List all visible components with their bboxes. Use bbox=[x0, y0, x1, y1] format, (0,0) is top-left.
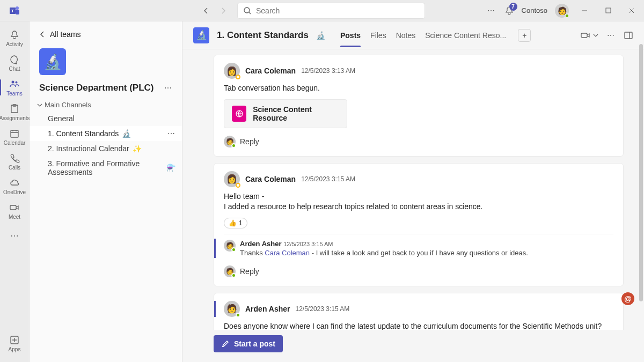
rail-assignments[interactable]: Assignments bbox=[0, 100, 30, 124]
meet-button[interactable] bbox=[580, 30, 598, 41]
video-icon bbox=[580, 30, 591, 41]
channel-general[interactable]: General bbox=[30, 111, 182, 126]
mention-indicator[interactable]: @ bbox=[621, 292, 634, 305]
team-avatar[interactable]: 🔬 bbox=[39, 48, 66, 75]
mention[interactable]: Cara Coleman bbox=[265, 249, 310, 257]
globe-icon bbox=[232, 106, 246, 122]
open-pane[interactable] bbox=[624, 31, 633, 40]
avatar: 🧑 bbox=[224, 136, 236, 147]
app-rail: Activity Chat Teams Assignments Calendar… bbox=[0, 21, 30, 362]
rail-activity[interactable]: Activity bbox=[0, 26, 30, 50]
more-options[interactable]: ⋯ bbox=[485, 4, 497, 17]
avatar: 🧑 bbox=[224, 265, 236, 277]
svg-rect-5 bbox=[606, 8, 611, 13]
avatar[interactable]: 🧑 bbox=[224, 301, 240, 317]
chat-icon bbox=[9, 54, 20, 65]
svg-point-4 bbox=[244, 8, 250, 13]
add-tab-button[interactable]: + bbox=[518, 29, 531, 42]
compose-area: Start a post bbox=[182, 330, 644, 362]
tab-science-content[interactable]: Science Content Reso... bbox=[425, 24, 506, 47]
post: 👩 Cara Coleman 12/5/2023 3:13 AM Tab con… bbox=[214, 55, 624, 157]
nav-back[interactable] bbox=[199, 3, 214, 18]
microscope-icon: 🔬 bbox=[122, 129, 131, 138]
rail-chat[interactable]: Chat bbox=[0, 50, 30, 75]
reply-button[interactable]: 🧑 Reply bbox=[224, 132, 613, 151]
svg-point-6 bbox=[12, 81, 14, 84]
rail-onedrive[interactable]: OneDrive bbox=[0, 174, 30, 198]
sparkle-icon: ✨ bbox=[133, 144, 142, 153]
svg-text:T: T bbox=[11, 9, 14, 13]
card-title: Science Content Resource bbox=[253, 105, 339, 122]
search-icon bbox=[243, 6, 252, 15]
chevron-left-icon bbox=[39, 31, 46, 38]
user-avatar[interactable]: 🧑 bbox=[555, 4, 569, 18]
avatar[interactable]: 🧑 bbox=[224, 240, 236, 252]
search-box[interactable] bbox=[237, 3, 425, 19]
test-icon: ⚗️ bbox=[166, 164, 175, 172]
reply: 🧑 Arden Asher 12/5/2023 3:15 AM Thanks C… bbox=[214, 239, 613, 258]
compose-icon bbox=[221, 339, 230, 348]
rail-more[interactable]: ⋯ bbox=[0, 223, 30, 248]
svg-rect-14 bbox=[625, 32, 632, 39]
avatar[interactable]: 👩 bbox=[224, 63, 240, 79]
window-minimize[interactable] bbox=[576, 3, 592, 19]
message-feed[interactable]: 👩 Cara Coleman 12/5/2023 3:13 AM Tab con… bbox=[182, 49, 644, 330]
channel-assessments[interactable]: 3. Formative and Formative Assessments ⚗… bbox=[30, 156, 182, 180]
reply-timestamp: 12/5/2023 3:15 AM bbox=[283, 241, 333, 247]
svg-point-1 bbox=[16, 6, 19, 10]
nav-forward[interactable] bbox=[216, 3, 231, 18]
rail-teams[interactable]: Teams bbox=[0, 75, 30, 100]
post-timestamp: 12/5/2023 3:15 AM bbox=[301, 175, 355, 183]
post-body: Hello team - I added a resource to help … bbox=[224, 191, 613, 212]
start-post-button[interactable]: Start a post bbox=[214, 335, 283, 352]
phone-icon bbox=[9, 153, 20, 164]
panel-icon bbox=[624, 31, 633, 40]
channel-tabs: Posts Files Notes Science Content Reso..… bbox=[340, 24, 506, 47]
post-timestamp: 12/5/2023 3:13 AM bbox=[301, 67, 355, 75]
calendar-icon bbox=[9, 128, 20, 139]
channel-icon: 🔬 bbox=[193, 27, 209, 43]
svg-rect-11 bbox=[10, 205, 16, 210]
post: 🧑 Arden Asher 12/5/2023 3:15 AM Does any… bbox=[214, 293, 624, 330]
svg-point-7 bbox=[16, 82, 18, 84]
app-logo: T bbox=[9, 4, 21, 17]
channel-content-standards[interactable]: 1. Content Standards 🔬 bbox=[30, 126, 182, 141]
scrollbar[interactable] bbox=[639, 44, 643, 301]
search-input[interactable] bbox=[256, 6, 419, 15]
resource-card[interactable]: Science Content Resource bbox=[224, 99, 347, 128]
notification-badge: 7 bbox=[509, 3, 517, 11]
post-author[interactable]: Cara Coleman bbox=[245, 175, 296, 183]
post-author[interactable]: Arden Asher bbox=[245, 305, 290, 313]
bell-icon bbox=[9, 29, 20, 40]
microscope-icon: 🔬 bbox=[316, 31, 325, 40]
reply-author[interactable]: Arden Asher bbox=[240, 240, 282, 248]
rail-meet[interactable]: Meet bbox=[0, 198, 30, 223]
rail-apps[interactable]: Apps bbox=[0, 331, 30, 356]
org-name[interactable]: Contoso bbox=[522, 6, 547, 14]
channel-instructional-calendar[interactable]: 2. Instructional Calendar ✨ bbox=[30, 141, 182, 156]
window-maximize[interactable] bbox=[600, 3, 616, 19]
chevron-down-icon bbox=[593, 33, 598, 38]
channel-category[interactable]: Main Channels bbox=[30, 99, 182, 111]
all-teams-link[interactable]: All teams bbox=[30, 27, 182, 42]
reaction-thumbsup[interactable]: 👍 1 bbox=[224, 218, 247, 228]
team-more-options[interactable]: ⋯ bbox=[164, 84, 172, 92]
team-name: Science Department (PLC) bbox=[39, 83, 164, 93]
header-more[interactable]: ⋯ bbox=[607, 31, 615, 40]
reply-body: Thanks Cara Coleman - I will take a look… bbox=[240, 249, 528, 257]
apps-icon bbox=[9, 335, 20, 345]
tab-posts[interactable]: Posts bbox=[340, 24, 361, 47]
titlebar: T ⋯ 7 Contoso 🧑 bbox=[0, 0, 644, 21]
tab-files[interactable]: Files bbox=[370, 24, 386, 47]
tab-notes[interactable]: Notes bbox=[396, 24, 416, 47]
rail-calendar[interactable]: Calendar bbox=[0, 124, 30, 149]
window-close[interactable] bbox=[624, 3, 640, 19]
avatar[interactable]: 👩 bbox=[224, 171, 240, 187]
cloud-icon bbox=[9, 178, 20, 188]
reply-button[interactable]: 🧑 Reply bbox=[224, 262, 613, 280]
post-timestamp: 12/5/2023 3:15 AM bbox=[296, 305, 350, 313]
notifications-button[interactable]: 7 bbox=[504, 6, 514, 16]
rail-calls[interactable]: Calls bbox=[0, 149, 30, 174]
post-author[interactable]: Cara Coleman bbox=[245, 67, 296, 75]
channel-sidebar: All teams 🔬 Science Department (PLC) ⋯ M… bbox=[30, 21, 182, 362]
